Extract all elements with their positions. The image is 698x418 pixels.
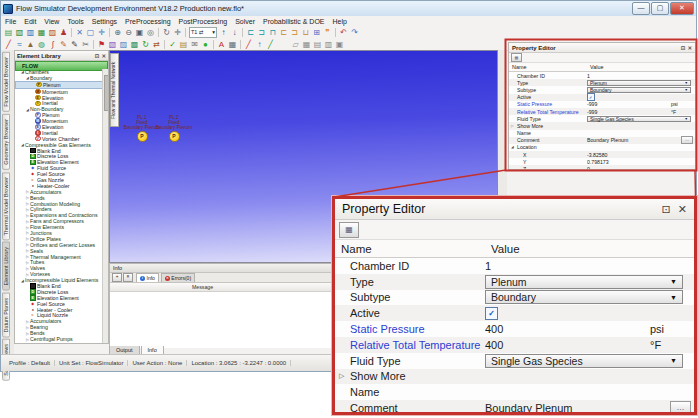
- zoom-out-button[interactable]: ⊖: [123, 27, 134, 38]
- property-value[interactable]: -999: [587, 109, 597, 115]
- open-model-button[interactable]: ▧: [14, 27, 25, 38]
- property-row-comment[interactable]: CommentBoundary Plenum…: [509, 137, 695, 144]
- info-tab-info[interactable]: iInfo: [136, 273, 159, 282]
- window-tile-button[interactable]: ▦: [301, 39, 312, 50]
- property-value[interactable]: 400: [485, 339, 503, 351]
- rotate-view-button[interactable]: ↻: [161, 27, 172, 38]
- window-cascade-button[interactable]: ▱: [290, 39, 301, 50]
- tree-item-plenum[interactable]: PPlenum: [15, 81, 103, 89]
- format-brush-button[interactable]: ▧: [107, 39, 118, 50]
- pan-view-button[interactable]: ✛: [172, 27, 183, 38]
- subtype-dropdown[interactable]: Boundary▼: [587, 87, 691, 93]
- tree-category-orifices-and-generic-losses[interactable]: ▷Orifices and Generic Losses: [15, 242, 103, 248]
- user-profile-button[interactable]: ♟: [58, 27, 69, 38]
- model-report-button[interactable]: ▤: [178, 39, 189, 50]
- marker-blue-button[interactable]: ↑: [254, 39, 265, 50]
- validate-model-button[interactable]: ✓: [167, 39, 178, 50]
- draw-line-button[interactable]: ╱: [3, 39, 14, 50]
- fluid-type-dropdown[interactable]: Single Gas Species▼: [485, 354, 683, 368]
- property-row-location[interactable]: ◢Location: [509, 144, 695, 151]
- type-dropdown[interactable]: Plenum▼: [485, 275, 683, 289]
- property-row-relative-total-temperature[interactable]: Relative Total Temperature-999°F: [509, 108, 695, 115]
- property-row-fluid-type[interactable]: Fluid TypeSingle Gas Species▼: [335, 353, 694, 369]
- property-row-show-more[interactable]: ▷Show More: [335, 369, 694, 385]
- pen-green-button[interactable]: ╱: [265, 39, 276, 50]
- tab-thermal-model-browser[interactable]: Thermal Model Browser: [2, 172, 10, 240]
- window-tile-vertical-button[interactable]: ▥: [323, 39, 334, 50]
- ellipsis-button[interactable]: …: [670, 401, 691, 415]
- minimize-button[interactable]: —: [632, 2, 650, 15]
- filter-list-button[interactable]: ≡: [123, 273, 133, 282]
- property-row-comment[interactable]: CommentBoundary Plenum…: [335, 400, 694, 415]
- menu-settings[interactable]: Settings: [88, 18, 121, 25]
- window-close-all-button[interactable]: ▣: [334, 39, 345, 50]
- property-row-y[interactable]: Y0.798173: [509, 158, 695, 165]
- property-value[interactable]: Boundary Plenum: [587, 137, 628, 143]
- tree-category-cylinders[interactable]: ▷Cylinders: [15, 342, 103, 343]
- pen-red-button[interactable]: ╱: [243, 39, 254, 50]
- property-value[interactable]: -3.82580: [587, 152, 607, 158]
- refresh-model-button[interactable]: ↻: [140, 39, 151, 50]
- tree-scrollbar[interactable]: [102, 69, 108, 343]
- zoom-fit-button[interactable]: ◎: [145, 27, 156, 38]
- tab-element-library[interactable]: Element Library: [2, 242, 10, 291]
- filter-properties-button[interactable]: ▦: [339, 222, 359, 238]
- copy-network-button[interactable]: ⊏: [278, 27, 289, 38]
- float-panel-icon[interactable]: ⊡: [662, 203, 671, 216]
- menu-solver[interactable]: Solver: [231, 18, 259, 25]
- tab-datum-planes[interactable]: Datum Planes: [2, 293, 10, 338]
- draw-polyline-button[interactable]: ≈: [14, 39, 25, 50]
- property-row-active[interactable]: Active✓: [335, 305, 694, 321]
- annotate-pen-button[interactable]: ✎: [69, 39, 80, 50]
- menu-tools[interactable]: Tools: [63, 18, 87, 25]
- float-panel-icon[interactable]: ⊡: [681, 45, 686, 51]
- world-view-button[interactable]: ◍: [36, 39, 47, 50]
- save-model-button[interactable]: ▥: [25, 27, 36, 38]
- property-value[interactable]: 1: [485, 260, 491, 272]
- clear-selection-button[interactable]: ✕: [74, 27, 85, 38]
- create-internal-chamber-button[interactable]: ⊐: [256, 27, 267, 38]
- property-row-subtype[interactable]: SubtypeBoundary▼: [335, 290, 694, 306]
- property-row-name[interactable]: Name: [509, 130, 695, 137]
- mirror-network-button[interactable]: ⊐: [289, 27, 300, 38]
- property-row-x[interactable]: X-3.82580: [509, 151, 695, 158]
- copy-format-button[interactable]: ▨: [118, 39, 129, 50]
- property-row-static-pressure[interactable]: Static Pressure-999psi: [509, 101, 695, 108]
- results-chart-button[interactable]: A: [216, 39, 227, 50]
- property-value[interactable]: 0.798173: [587, 159, 609, 165]
- tab-geometry-browser[interactable]: Geometry Browser: [2, 114, 10, 170]
- toggle-grid-button[interactable]: ⊞: [311, 27, 322, 38]
- property-row-relative-total-temperature[interactable]: Relative Total Temperature400°F: [335, 337, 694, 353]
- property-value[interactable]: 1: [587, 73, 590, 79]
- subtype-dropdown[interactable]: Boundary▼: [485, 290, 683, 304]
- flag-element-button[interactable]: ⚑: [96, 39, 107, 50]
- import-model-button[interactable]: ▨: [47, 27, 58, 38]
- menu-edit[interactable]: Edit: [20, 18, 40, 25]
- close-panel-icon[interactable]: ✕: [101, 53, 106, 59]
- new-model-button[interactable]: ▤: [3, 27, 14, 38]
- redo-button[interactable]: ↷: [349, 27, 360, 38]
- spline-tool-button[interactable]: ∫: [47, 39, 58, 50]
- window-tile-horizontal-button[interactable]: ▤: [312, 39, 323, 50]
- expander-closed-icon[interactable]: ▷: [339, 372, 350, 380]
- menu-file[interactable]: File: [1, 18, 20, 25]
- zoom-window-button[interactable]: ▣: [134, 27, 145, 38]
- paste-format-button[interactable]: ▩: [129, 39, 140, 50]
- property-value[interactable]: 400: [485, 323, 503, 335]
- swap-element-button[interactable]: ⇄: [151, 39, 162, 50]
- send-model-button[interactable]: ✉: [189, 39, 200, 50]
- maximize-button[interactable]: ▢: [651, 2, 669, 15]
- font-scale-combo[interactable]: T1 ⇄▾: [189, 27, 217, 38]
- select-window-button[interactable]: ▢: [85, 27, 96, 38]
- menu-preprocessing[interactable]: PreProcessing: [121, 18, 175, 25]
- elevation-view-button[interactable]: ▲: [25, 39, 36, 50]
- property-value[interactable]: Boundary Plenum: [485, 402, 572, 414]
- active-checkbox[interactable]: ✓: [587, 93, 595, 101]
- create-boundary-chamber-button[interactable]: ⊏: [245, 27, 256, 38]
- info-tab-errors-0[interactable]: ✕Errors(0): [161, 273, 195, 282]
- menu-help[interactable]: Help: [329, 18, 351, 25]
- float-panel-icon[interactable]: ⊡: [95, 53, 100, 59]
- expand-filter-button[interactable]: +: [112, 273, 122, 282]
- filter-properties-button[interactable]: ▦: [511, 53, 522, 62]
- probe-tool-button[interactable]: ✎: [58, 39, 69, 50]
